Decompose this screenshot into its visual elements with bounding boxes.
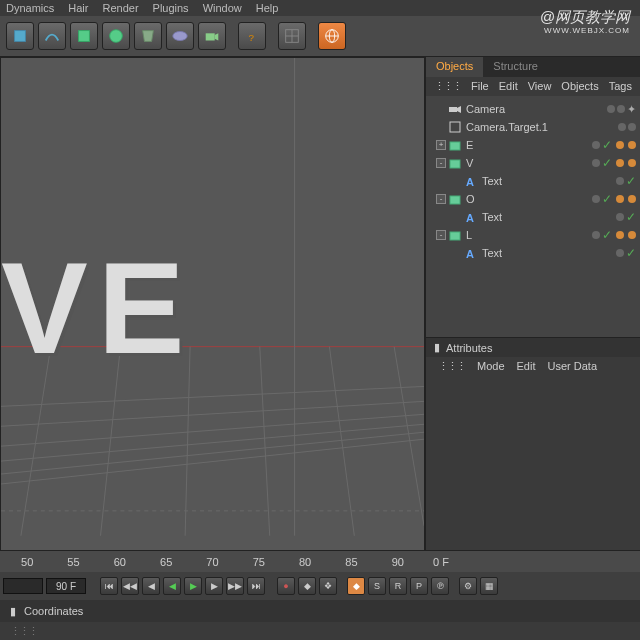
layout-icon[interactable]: ▦ bbox=[480, 577, 498, 595]
next-key-icon[interactable]: ▶▶ bbox=[226, 577, 244, 595]
viewport[interactable]: VE bbox=[0, 57, 425, 567]
material-tag[interactable] bbox=[616, 141, 624, 149]
key-pla-icon[interactable]: ℗ bbox=[431, 577, 449, 595]
attr-mode[interactable]: Mode bbox=[477, 360, 505, 373]
play-icon[interactable]: ▶ bbox=[184, 577, 202, 595]
browser-icon[interactable] bbox=[318, 22, 346, 50]
object-row[interactable]: -O✓ bbox=[430, 190, 636, 208]
menu-plugins[interactable]: Plugins bbox=[153, 2, 189, 14]
object-tags: ✓ bbox=[592, 192, 636, 206]
grid-icon[interactable] bbox=[278, 22, 306, 50]
object-row[interactable]: -V✓ bbox=[430, 154, 636, 172]
enable-check[interactable]: ✓ bbox=[602, 192, 612, 206]
object-row[interactable]: Camera.Target.1 bbox=[430, 118, 636, 136]
material-tag[interactable] bbox=[616, 231, 624, 239]
options-icon[interactable]: ⚙ bbox=[459, 577, 477, 595]
timeline[interactable]: 505560657075808590 0 F bbox=[0, 550, 640, 572]
tree-toggle[interactable]: - bbox=[436, 230, 446, 240]
visibility-dot[interactable] bbox=[607, 105, 615, 113]
menu-window[interactable]: Window bbox=[203, 2, 242, 14]
material-tag[interactable] bbox=[616, 159, 624, 167]
play-back-icon[interactable]: ◀ bbox=[163, 577, 181, 595]
object-name: Camera.Target.1 bbox=[464, 121, 616, 133]
visibility-dot[interactable] bbox=[592, 159, 600, 167]
visibility-dot[interactable] bbox=[617, 105, 625, 113]
key-selection-icon[interactable]: ❖ bbox=[319, 577, 337, 595]
attr-userdata[interactable]: User Data bbox=[548, 360, 598, 373]
text-icon: A bbox=[464, 174, 478, 188]
spline-icon[interactable] bbox=[38, 22, 66, 50]
menu-help[interactable]: Help bbox=[256, 2, 279, 14]
key-pos-icon[interactable]: ◆ bbox=[347, 577, 365, 595]
material-tag[interactable] bbox=[628, 195, 636, 203]
visibility-dot[interactable] bbox=[616, 213, 624, 221]
material-tag[interactable] bbox=[628, 159, 636, 167]
cube-icon[interactable] bbox=[6, 22, 34, 50]
tree-toggle[interactable]: + bbox=[436, 140, 446, 150]
tree-toggle[interactable]: - bbox=[436, 158, 446, 168]
attr-edit[interactable]: Edit bbox=[517, 360, 536, 373]
generator-icon[interactable] bbox=[102, 22, 130, 50]
attributes-panel: ▮Attributes ⋮⋮⋮ Mode Edit User Data bbox=[426, 337, 640, 567]
object-row[interactable]: AText✓ bbox=[430, 208, 636, 226]
om-objects[interactable]: Objects bbox=[561, 80, 598, 93]
tab-objects[interactable]: Objects bbox=[426, 57, 483, 77]
bottom-panel: 505560657075808590 0 F ⏮ ◀◀ ◀ ◀ ▶ ▶ ▶▶ ⏭… bbox=[0, 550, 640, 640]
material-tag[interactable] bbox=[616, 195, 624, 203]
object-row[interactable]: AText✓ bbox=[430, 172, 636, 190]
autokey-icon[interactable]: ◆ bbox=[298, 577, 316, 595]
visibility-dot[interactable] bbox=[616, 177, 624, 185]
viewport-3d-text: VE bbox=[1, 233, 194, 383]
om-edit[interactable]: Edit bbox=[499, 80, 518, 93]
tab-structure[interactable]: Structure bbox=[483, 57, 548, 77]
deformer-icon[interactable] bbox=[134, 22, 162, 50]
object-row[interactable]: Camera✦ bbox=[430, 100, 636, 118]
tree-toggle[interactable]: - bbox=[436, 194, 446, 204]
camera-tool-icon[interactable] bbox=[198, 22, 226, 50]
visibility-dot[interactable] bbox=[592, 141, 600, 149]
object-row[interactable]: +E✓ bbox=[430, 136, 636, 154]
nurbs-icon[interactable] bbox=[70, 22, 98, 50]
svg-line-24 bbox=[394, 347, 424, 526]
om-view[interactable]: View bbox=[528, 80, 552, 93]
goto-start-icon[interactable]: ⏮ bbox=[100, 577, 118, 595]
help-icon[interactable]: ? bbox=[238, 22, 266, 50]
menu-render[interactable]: Render bbox=[102, 2, 138, 14]
frame-field[interactable] bbox=[3, 578, 43, 594]
prev-key-icon[interactable]: ◀◀ bbox=[121, 577, 139, 595]
enable-check[interactable]: ✓ bbox=[626, 174, 636, 188]
menu-dynamics[interactable]: Dynamics bbox=[6, 2, 54, 14]
timeline-current: 0 F bbox=[425, 556, 640, 568]
prev-frame-icon[interactable]: ◀ bbox=[142, 577, 160, 595]
key-rot-icon[interactable]: R bbox=[389, 577, 407, 595]
end-frame-field[interactable] bbox=[46, 578, 86, 594]
visibility-dot[interactable] bbox=[592, 231, 600, 239]
object-row[interactable]: AText✓ bbox=[430, 244, 636, 262]
object-name: Camera bbox=[464, 103, 605, 115]
material-tag[interactable] bbox=[628, 231, 636, 239]
goto-end-icon[interactable]: ⏭ bbox=[247, 577, 265, 595]
svg-rect-28 bbox=[450, 122, 460, 132]
visibility-dot[interactable] bbox=[616, 249, 624, 257]
enable-check[interactable]: ✓ bbox=[626, 246, 636, 260]
environment-icon[interactable] bbox=[166, 22, 194, 50]
visibility-dot[interactable] bbox=[618, 123, 626, 131]
object-row[interactable]: -L✓ bbox=[430, 226, 636, 244]
enable-check[interactable]: ✓ bbox=[602, 138, 612, 152]
visibility-dot[interactable] bbox=[628, 123, 636, 131]
om-file[interactable]: File bbox=[471, 80, 489, 93]
next-frame-icon[interactable]: ▶ bbox=[205, 577, 223, 595]
object-name: E bbox=[464, 139, 590, 151]
enable-check[interactable]: ✓ bbox=[602, 156, 612, 170]
enable-check[interactable]: ✓ bbox=[626, 210, 636, 224]
key-scale-icon[interactable]: S bbox=[368, 577, 386, 595]
material-tag[interactable] bbox=[628, 141, 636, 149]
visibility-dot[interactable] bbox=[592, 195, 600, 203]
menu-hair[interactable]: Hair bbox=[68, 2, 88, 14]
om-tags[interactable]: Tags bbox=[609, 80, 632, 93]
enable-check[interactable]: ✓ bbox=[602, 228, 612, 242]
key-param-icon[interactable]: P bbox=[410, 577, 428, 595]
right-panel: Objects Structure ⋮⋮⋮ File Edit View Obj… bbox=[425, 57, 640, 567]
target-tag[interactable]: ✦ bbox=[627, 103, 636, 116]
record-icon[interactable]: ● bbox=[277, 577, 295, 595]
